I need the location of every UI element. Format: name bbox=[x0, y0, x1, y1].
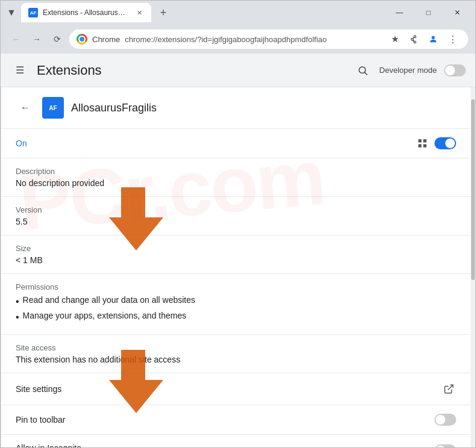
scrollbar-thumb[interactable] bbox=[471, 99, 475, 280]
size-content: Size < 1 MB bbox=[16, 244, 456, 265]
site-access-content: Site access This extension has no additi… bbox=[16, 343, 456, 364]
svg-rect-4 bbox=[424, 139, 427, 142]
page-content: ☰ Extensions Developer mode bbox=[1, 54, 475, 447]
developer-mode-toggle-knob bbox=[445, 66, 455, 75]
pin-toolbar-toggle-knob bbox=[436, 415, 445, 425]
external-link-icon[interactable] bbox=[442, 382, 456, 396]
size-row: Size < 1 MB bbox=[1, 235, 471, 274]
active-tab[interactable]: AF Extensions - AllosaurusFragilis ✕ bbox=[21, 3, 151, 22]
site-access-value: This extension has no additional site ac… bbox=[16, 355, 456, 364]
svg-point-0 bbox=[431, 36, 434, 39]
maximize-button[interactable]: □ bbox=[415, 3, 442, 22]
search-button[interactable] bbox=[353, 61, 372, 80]
svg-line-2 bbox=[365, 72, 367, 75]
pin-toolbar-row: Pin to toolbar bbox=[1, 405, 471, 435]
allow-incognito-content: Allow in Incognito Warning: Google Chrom… bbox=[16, 443, 425, 447]
pin-toolbar-content: Pin to toolbar bbox=[16, 414, 434, 425]
detail-header: ← AF AllosaurusFragilis bbox=[1, 87, 471, 129]
extension-name: AllosaurusFragilis bbox=[71, 102, 157, 114]
permissions-list: •Read and change all your data on all we… bbox=[16, 294, 456, 326]
extensions-main: ← AF AllosaurusFragilis On bbox=[1, 87, 475, 447]
enabled-row-right bbox=[416, 137, 456, 149]
pin-toolbar-label: Pin to toolbar bbox=[16, 415, 66, 425]
address-field[interactable]: Chrome chrome://extensions/?id=jgifgigab… bbox=[69, 30, 468, 49]
enabled-row: On bbox=[1, 129, 471, 158]
page-title: Extensions bbox=[37, 63, 102, 78]
minimize-button[interactable]: — bbox=[386, 3, 413, 22]
grid-view-icon[interactable] bbox=[416, 137, 428, 149]
description-value: No description provided bbox=[16, 178, 456, 188]
new-tab-button[interactable]: + bbox=[155, 4, 172, 21]
tab-close-button[interactable]: ✕ bbox=[134, 8, 144, 17]
browser-name-label: Chrome bbox=[92, 35, 120, 44]
on-label: On bbox=[16, 138, 27, 148]
svg-rect-5 bbox=[418, 145, 421, 148]
svg-rect-3 bbox=[418, 139, 421, 142]
site-settings-label: Site settings bbox=[16, 384, 61, 394]
list-item: •Read and change all your data on all we… bbox=[16, 294, 456, 310]
extensions-page: ☰ Extensions Developer mode bbox=[1, 54, 475, 447]
extensions-header: ☰ Extensions Developer mode bbox=[1, 54, 475, 87]
extensions-icon[interactable] bbox=[406, 31, 422, 48]
menu-icon[interactable]: ⋮ bbox=[444, 31, 461, 48]
size-value: < 1 MB bbox=[16, 255, 456, 265]
extension-detail-panel: ← AF AllosaurusFragilis On bbox=[1, 87, 471, 447]
hamburger-menu-button[interactable]: ☰ bbox=[10, 61, 30, 80]
allow-incognito-toggle-container bbox=[434, 444, 456, 447]
user-icon[interactable] bbox=[425, 31, 442, 48]
site-settings-row[interactable]: Site settings bbox=[1, 373, 471, 405]
on-status: On bbox=[16, 138, 27, 148]
permissions-label: Permissions bbox=[16, 282, 456, 291]
description-content: Description No description provided bbox=[16, 167, 456, 188]
header-right: Developer mode bbox=[353, 61, 466, 80]
allow-incognito-row: Allow in Incognito Warning: Google Chrom… bbox=[1, 435, 471, 447]
version-value: 5.5 bbox=[16, 217, 456, 226]
description-label: Description bbox=[16, 167, 456, 176]
address-bar: ← → ⟳ Chrome chrome://extensions/?id=jgi… bbox=[1, 25, 475, 54]
developer-mode-label: Developer mode bbox=[380, 66, 437, 75]
list-item: •Manage your apps, extensions, and theme… bbox=[16, 310, 456, 325]
svg-line-7 bbox=[448, 385, 453, 390]
site-access-label: Site access bbox=[16, 343, 456, 352]
detail-back-button[interactable]: ← bbox=[16, 98, 35, 117]
permissions-content: Permissions •Read and change all your da… bbox=[16, 282, 456, 326]
tab-title: Extensions - AllosaurusFragilis bbox=[43, 8, 127, 17]
svg-point-1 bbox=[359, 67, 366, 73]
close-button[interactable]: ✕ bbox=[444, 3, 471, 22]
extension-enabled-toggle[interactable] bbox=[434, 137, 456, 149]
address-icons: ★ ⋮ bbox=[386, 31, 461, 48]
allow-incognito-label: Allow in Incognito bbox=[16, 443, 425, 447]
forward-nav-button[interactable]: → bbox=[28, 31, 45, 48]
allow-incognito-toggle[interactable] bbox=[434, 444, 456, 447]
chrome-logo-icon bbox=[77, 34, 87, 45]
extension-enabled-toggle-knob bbox=[445, 138, 455, 148]
pin-toolbar-toggle[interactable] bbox=[434, 414, 456, 426]
permissions-row: Permissions •Read and change all your da… bbox=[1, 274, 471, 335]
allow-incognito-toggle-knob bbox=[436, 446, 445, 447]
version-label: Version bbox=[16, 205, 456, 214]
reload-button[interactable]: ⟳ bbox=[49, 31, 66, 48]
title-bar-left: ▼ AF Extensions - AllosaurusFragilis ✕ + bbox=[5, 3, 172, 22]
back-nav-button[interactable]: ← bbox=[8, 31, 25, 48]
site-access-row: Site access This extension has no additi… bbox=[1, 335, 471, 373]
svg-rect-6 bbox=[424, 145, 427, 148]
tab-favicon: AF bbox=[28, 8, 38, 17]
tab-dropdown[interactable]: ▼ bbox=[5, 7, 17, 19]
window-controls: — □ ✕ bbox=[386, 3, 471, 22]
extension-icon: AF bbox=[42, 97, 64, 119]
version-content: Version 5.5 bbox=[16, 205, 456, 226]
description-row: Description No description provided bbox=[1, 158, 471, 197]
site-settings-content: Site settings bbox=[16, 384, 442, 394]
address-text: chrome://extensions/?id=jgifgigaboogfaij… bbox=[125, 35, 327, 44]
scrollbar[interactable] bbox=[471, 87, 475, 447]
version-row: Version 5.5 bbox=[1, 197, 471, 235]
size-label: Size bbox=[16, 244, 456, 253]
bookmark-icon[interactable]: ★ bbox=[386, 31, 403, 48]
title-bar: ▼ AF Extensions - AllosaurusFragilis ✕ +… bbox=[1, 1, 475, 25]
developer-mode-toggle[interactable] bbox=[444, 64, 466, 76]
